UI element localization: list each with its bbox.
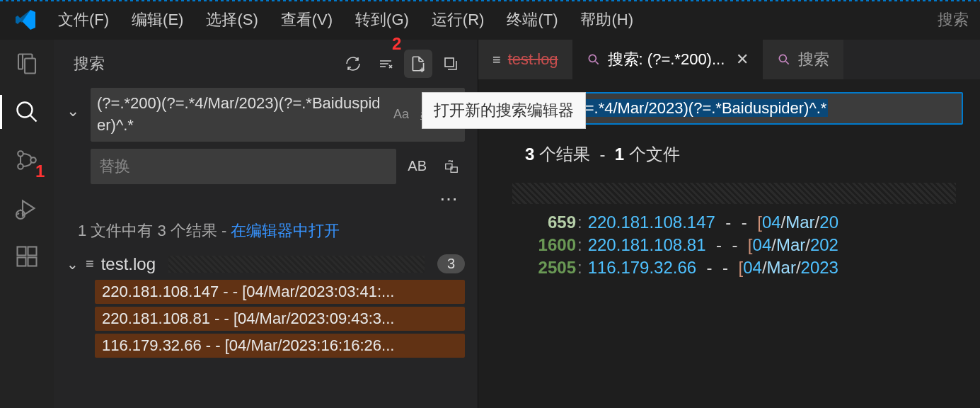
search-icon bbox=[777, 52, 791, 67]
tab-label: 搜索 bbox=[798, 49, 829, 70]
svg-point-13 bbox=[780, 55, 787, 62]
collapse-icon[interactable] bbox=[437, 50, 465, 78]
svg-rect-7 bbox=[28, 258, 37, 266]
annotation-2: 2 bbox=[392, 34, 401, 54]
svg-point-1 bbox=[18, 151, 23, 157]
replace-input[interactable]: 替换 bbox=[91, 149, 396, 184]
window-border bbox=[0, 0, 980, 1]
clear-icon[interactable] bbox=[371, 50, 400, 78]
editor-result-summary: 3 个结果 - 1 个文件 bbox=[495, 125, 963, 178]
svg-point-0 bbox=[18, 103, 33, 118]
tab-search-blank[interactable]: 搜索 bbox=[763, 40, 843, 79]
menu-terminal[interactable]: 终端(T) bbox=[497, 5, 567, 35]
editor-result-line[interactable]: 659: 220.181.108.147 - - [04/Mar/20 bbox=[495, 211, 963, 234]
search-input[interactable]: (?=.*200)(?=.*4/Mar/2023)(?=.*Baiduspide… bbox=[91, 88, 465, 142]
tab-label: 搜索: (?=.*200)... bbox=[608, 49, 725, 70]
search-icon bbox=[587, 52, 601, 67]
result-file-row[interactable]: ⌄ ≡ test.log 3 bbox=[54, 250, 478, 278]
result-line[interactable]: 116.179.32.66 - - [04/Mar/2023:16:16:26.… bbox=[95, 334, 465, 358]
svg-point-12 bbox=[589, 55, 596, 62]
menu-select[interactable]: 选择(S) bbox=[196, 5, 267, 35]
sidebar-header: 搜索 bbox=[54, 40, 478, 84]
file-icon: ≡ bbox=[492, 52, 501, 68]
menu-bar: 文件(F) 编辑(E) 选择(S) 查看(V) 转到(G) 运行(R) 终端(T… bbox=[0, 0, 980, 40]
debug-icon[interactable] bbox=[14, 196, 40, 221]
result-line[interactable]: 220.181.108.81 - - [04/Mar/2023:09:43:3.… bbox=[95, 307, 465, 331]
pixelated-filename bbox=[512, 183, 956, 204]
preserve-case-toggle[interactable]: AB bbox=[402, 155, 432, 177]
replace-all-icon[interactable] bbox=[438, 156, 465, 177]
search-input-text: (?=.*200)(?=.*4/Mar/2023)(?=.*Baiduspide… bbox=[97, 93, 384, 137]
svg-point-3 bbox=[30, 157, 36, 163]
title-search[interactable]: 搜索 bbox=[938, 9, 974, 30]
menu-run[interactable]: 运行(R) bbox=[422, 5, 495, 35]
refresh-icon[interactable] bbox=[339, 50, 367, 78]
search-icon[interactable] bbox=[14, 99, 40, 125]
result-file-name: test.log bbox=[101, 254, 156, 274]
svg-rect-8 bbox=[28, 247, 37, 256]
svg-point-2 bbox=[18, 164, 23, 169]
svg-rect-9 bbox=[445, 58, 454, 67]
search-sidebar: 搜索 ⌄ (?=.*200)(?=.*4/Mar/ bbox=[54, 40, 478, 408]
tab-label: test.log bbox=[508, 50, 558, 69]
svg-rect-6 bbox=[18, 258, 26, 266]
activity-bar: 1 bbox=[0, 40, 54, 408]
chevron-down-icon: ⌄ bbox=[67, 256, 79, 273]
match-case-toggle[interactable]: Aa bbox=[389, 106, 413, 123]
close-icon[interactable]: ✕ bbox=[736, 50, 749, 69]
sidebar-title: 搜索 bbox=[74, 53, 339, 74]
more-icon[interactable]: ⋯ bbox=[54, 187, 478, 216]
menu-view[interactable]: 查看(V) bbox=[271, 5, 342, 35]
pixelated-path bbox=[168, 256, 425, 273]
menu-edit[interactable]: 编辑(E) bbox=[122, 5, 193, 35]
new-search-editor-icon[interactable] bbox=[404, 50, 432, 78]
result-line[interactable]: 220.181.108.147 - - [04/Mar/2023:03:41:.… bbox=[95, 280, 465, 304]
menu-help[interactable]: 帮助(H) bbox=[570, 5, 643, 35]
result-count-badge: 3 bbox=[437, 254, 465, 273]
menu-file[interactable]: 文件(F) bbox=[48, 5, 119, 35]
chevron-down-icon[interactable]: ⌄ bbox=[67, 88, 85, 120]
file-icon: ≡ bbox=[86, 256, 94, 272]
result-summary: 1 文件中有 3 个结果 - 在编辑器中打开 bbox=[54, 216, 478, 250]
editor-tabs: ≡ test.log 搜索: (?=.*200)... ✕ 搜索 bbox=[478, 40, 980, 79]
svg-rect-5 bbox=[18, 247, 26, 256]
editor-result-line[interactable]: 1600: 220.181.108.81 - - [04/Mar/202 bbox=[495, 234, 963, 256]
menu-go[interactable]: 转到(G) bbox=[345, 5, 419, 35]
extensions-icon[interactable] bbox=[14, 244, 40, 269]
editor-result-line[interactable]: 2505: 116.179.32.66 - - [04/Mar/2023 bbox=[495, 256, 963, 279]
vscode-logo-icon bbox=[14, 8, 37, 31]
tab-testlog[interactable]: ≡ test.log bbox=[478, 40, 572, 79]
explorer-icon[interactable] bbox=[14, 51, 40, 76]
source-control-icon[interactable] bbox=[14, 147, 40, 173]
tab-search-result[interactable]: 搜索: (?=.*200)... ✕ bbox=[572, 40, 763, 79]
open-in-editor-link[interactable]: 在编辑器中打开 bbox=[231, 222, 340, 239]
tooltip: 打开新的搜索编辑器 bbox=[422, 92, 586, 129]
